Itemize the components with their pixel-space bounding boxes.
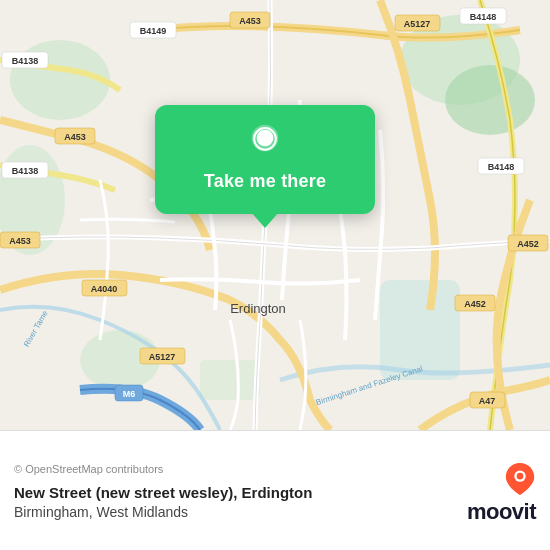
svg-text:M6: M6 [123, 389, 136, 399]
svg-text:A5127: A5127 [404, 19, 431, 29]
svg-text:A453: A453 [239, 16, 261, 26]
location-pin-icon [245, 123, 285, 163]
svg-text:A5127: A5127 [149, 352, 176, 362]
svg-text:A47: A47 [479, 396, 496, 406]
svg-text:B4148: B4148 [488, 162, 515, 172]
moovit-brand-text: moovit [467, 499, 536, 525]
location-sub: Birmingham, West Midlands [14, 503, 457, 522]
moovit-pin-icon [504, 461, 536, 497]
svg-text:A452: A452 [517, 239, 539, 249]
info-panel: © OpenStreetMap contributors New Street … [0, 430, 550, 550]
svg-point-46 [517, 472, 524, 479]
svg-text:A452: A452 [464, 299, 486, 309]
moovit-logo: moovit [467, 461, 536, 525]
svg-point-2 [445, 65, 535, 135]
copyright-text: © OpenStreetMap contributors [14, 463, 457, 475]
svg-text:A453: A453 [9, 236, 31, 246]
svg-text:A4040: A4040 [91, 284, 118, 294]
svg-text:Erdington: Erdington [230, 301, 286, 316]
svg-text:B4149: B4149 [140, 26, 167, 36]
svg-text:B4148: B4148 [470, 12, 497, 22]
svg-rect-7 [200, 360, 260, 400]
location-info: © OpenStreetMap contributors New Street … [14, 463, 457, 522]
svg-text:B4138: B4138 [12, 166, 39, 176]
take-me-there-button[interactable]: Take me there [204, 171, 326, 192]
svg-point-44 [259, 133, 271, 145]
svg-text:B4138: B4138 [12, 56, 39, 66]
take-me-there-popup[interactable]: Take me there [155, 105, 375, 214]
map-container[interactable]: B4138 B4138 B4149 A453 A453 A453 B4148 B… [0, 0, 550, 430]
location-name: New Street (new street wesley), Erdingto… [14, 483, 457, 503]
svg-text:A453: A453 [64, 132, 86, 142]
